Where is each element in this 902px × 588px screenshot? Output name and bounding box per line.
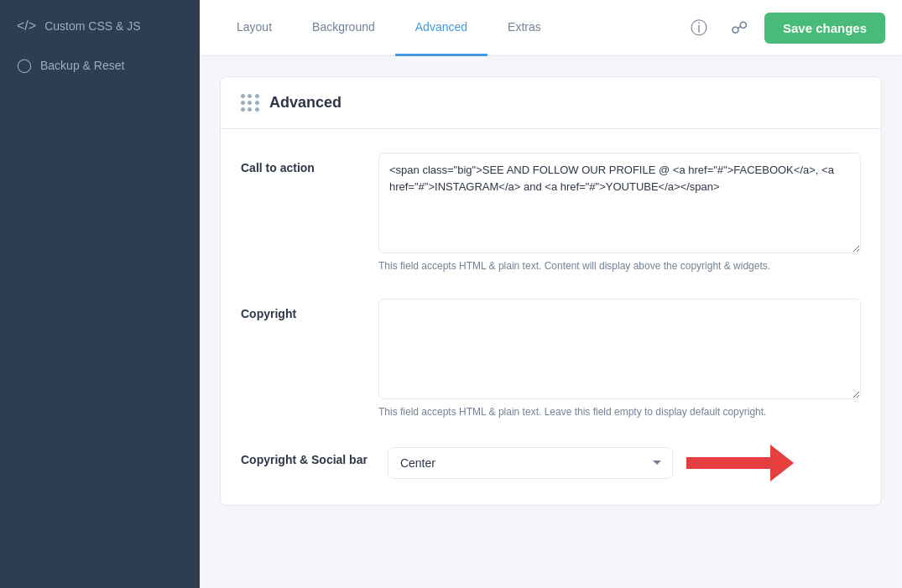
copyright-control: This field accepts HTML & plain text. Le… [378, 299, 861, 418]
copyright-hint: This field accepts HTML & plain text. Le… [378, 406, 861, 418]
call-to-action-hint: This field accepts HTML & plain text. Co… [378, 260, 861, 272]
sidebar-item-label: Custom CSS & JS [44, 19, 140, 33]
card-body: Call to action <span class="big">SEE AND… [221, 129, 881, 505]
notes-button[interactable]: ☍ [724, 13, 754, 43]
card-header: Advanced [221, 77, 881, 129]
select-wrap: Left Center Right [388, 445, 861, 481]
grid-icon [241, 94, 259, 112]
copyright-social-bar-label: Copyright & Social bar [241, 445, 368, 466]
help-button[interactable]: ⓘ [684, 13, 714, 43]
tab-layout[interactable]: Layout [216, 1, 292, 56]
sidebar-item-custom-css-js[interactable]: </> Custom CSS & JS [0, 7, 200, 45]
copyright-social-bar-select[interactable]: Left Center Right [388, 447, 673, 479]
advanced-card: Advanced Call to action <span class="big… [220, 76, 882, 506]
notes-icon: ☍ [731, 18, 748, 38]
custom-css-icon: </> [17, 18, 36, 34]
copyright-label: Copyright [241, 299, 358, 320]
sidebar-item-backup-reset[interactable]: ◯ Backup & Reset [0, 45, 200, 85]
tab-bar-actions: ⓘ ☍ Save changes [684, 13, 885, 44]
arrow-head [770, 445, 794, 481]
sidebar-item-label: Backup & Reset [40, 59, 124, 72]
red-arrow-indicator [686, 445, 794, 481]
sidebar: </> Custom CSS & JS ◯ Backup & Reset [0, 0, 200, 588]
tab-bar: Layout Background Advanced Extras ⓘ ☍ Sa… [200, 0, 902, 56]
main-content: Layout Background Advanced Extras ⓘ ☍ Sa… [200, 0, 902, 588]
content-area: Advanced Call to action <span class="big… [200, 56, 902, 588]
arrow-body [686, 457, 770, 469]
call-to-action-row: Call to action <span class="big">SEE AND… [241, 153, 861, 272]
tab-background[interactable]: Background [292, 1, 395, 56]
save-changes-button[interactable]: Save changes [764, 13, 885, 44]
card-title: Advanced [269, 94, 342, 112]
copyright-social-bar-control: Left Center Right [388, 445, 861, 481]
copyright-social-bar-row: Copyright & Social bar Left Center Right [241, 445, 861, 481]
call-to-action-control: <span class="big">SEE AND FOLLOW OUR PRO… [378, 153, 861, 272]
copyright-row: Copyright This field accepts HTML & plai… [241, 299, 861, 418]
tab-advanced[interactable]: Advanced [395, 1, 487, 56]
call-to-action-label: Call to action [241, 153, 358, 174]
backup-icon: ◯ [17, 57, 32, 73]
call-to-action-input[interactable]: <span class="big">SEE AND FOLLOW OUR PRO… [378, 153, 861, 253]
help-icon: ⓘ [691, 17, 707, 39]
copyright-input[interactable] [378, 299, 861, 399]
tab-extras[interactable]: Extras [487, 1, 561, 56]
